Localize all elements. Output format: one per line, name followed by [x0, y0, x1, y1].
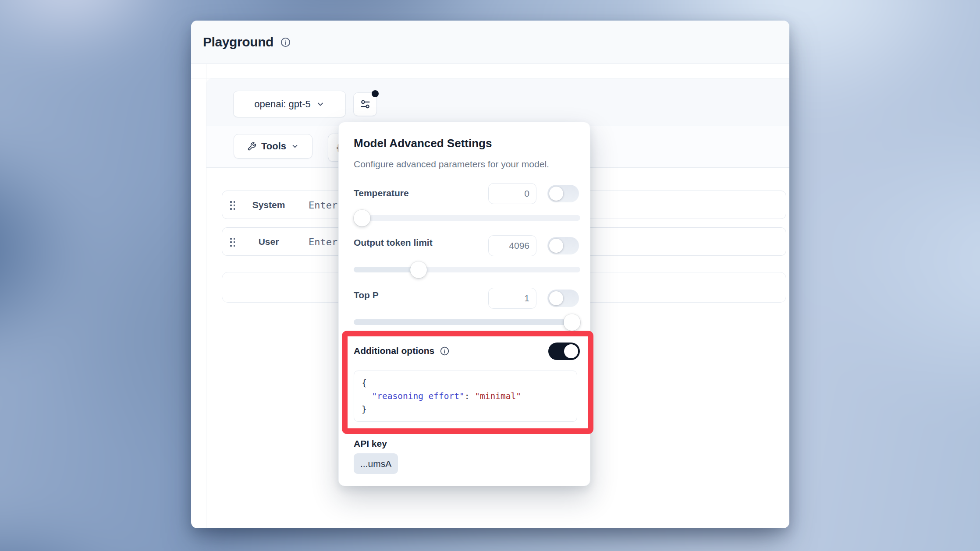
toggle-knob — [549, 291, 563, 305]
json-key: "reasoning_effort" — [372, 391, 464, 401]
message-placeholder[interactable]: Enter — [309, 199, 337, 210]
chevron-down-icon — [291, 142, 299, 150]
slider-knob[interactable] — [410, 261, 427, 278]
popover-subtitle: Configure advanced parameters for your m… — [354, 159, 549, 170]
page-title: Playground — [203, 35, 273, 49]
temperature-slider[interactable] — [354, 215, 580, 221]
json-value: "minimal" — [475, 391, 521, 401]
tools-dropdown-button[interactable]: Tools — [234, 134, 312, 159]
message-placeholder[interactable]: Enter — [309, 236, 337, 247]
toggle-knob — [564, 344, 578, 358]
toggle-knob — [549, 239, 563, 253]
slider-fill — [354, 267, 419, 272]
info-icon[interactable] — [280, 37, 291, 48]
temperature-input[interactable]: 0 — [488, 183, 536, 204]
top-p-slider[interactable] — [354, 319, 580, 325]
drag-handle-icon[interactable] — [229, 237, 235, 247]
top-p-label: Top P — [354, 290, 379, 300]
additional-options-json-editor[interactable]: { "reasoning_effort": "minimal" } — [354, 371, 577, 422]
code-line: "reasoning_effort": "minimal" — [362, 390, 569, 403]
wrench-icon — [247, 142, 256, 151]
role-label: User — [241, 228, 296, 255]
screen: Playground openai: gpt-5 — [0, 0, 980, 551]
temperature-label: Temperature — [354, 188, 409, 198]
popover-title: Model Advanced Settings — [354, 137, 492, 150]
toggle-knob — [549, 187, 563, 201]
code-line: } — [362, 403, 569, 416]
drag-handle-icon[interactable] — [229, 200, 235, 210]
model-advanced-settings-popover: Model Advanced Settings Configure advanc… — [338, 122, 590, 486]
output-token-limit-slider[interactable] — [354, 267, 580, 272]
output-token-limit-label: Output token limit — [354, 237, 433, 248]
window-header: Playground — [191, 21, 789, 64]
info-icon[interactable] — [440, 346, 450, 356]
additional-options-toggle[interactable] — [548, 343, 580, 360]
slider-knob[interactable] — [564, 314, 580, 331]
output-token-limit-input[interactable]: 4096 — [488, 235, 536, 256]
additional-options-row: Additional options — [354, 346, 450, 356]
output-token-limit-toggle[interactable] — [547, 237, 579, 254]
slider-fill — [354, 319, 572, 325]
temperature-toggle[interactable] — [547, 185, 579, 202]
model-toolbar: openai: gpt-5 — [206, 78, 789, 126]
api-key-label: API key — [354, 438, 387, 449]
chevron-down-icon — [316, 100, 325, 109]
subheader-strip — [191, 64, 789, 78]
model-selector-value: openai: gpt-5 — [254, 99, 310, 110]
api-key-badge[interactable]: ...umsA — [354, 453, 398, 474]
tools-label: Tools — [261, 141, 286, 152]
unsaved-settings-dot — [372, 90, 379, 97]
model-selector[interactable]: openai: gpt-5 — [233, 91, 346, 117]
additional-options-label: Additional options — [354, 346, 434, 356]
code-line: { — [362, 377, 569, 390]
slider-knob[interactable] — [354, 210, 370, 226]
top-p-input[interactable]: 1 — [488, 288, 536, 309]
role-label: System — [241, 191, 296, 219]
top-p-toggle[interactable] — [547, 290, 579, 307]
sliders-icon — [359, 99, 371, 110]
